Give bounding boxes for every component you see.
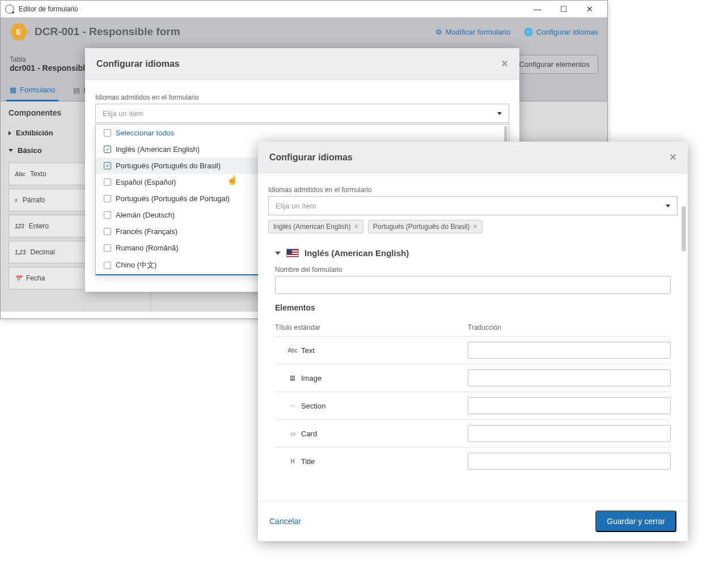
languages-field-label: Idiomas admitidos en el formulario — [95, 93, 509, 101]
element-title: Title — [301, 457, 315, 466]
select-placeholder-2: Elija un ítem — [276, 202, 316, 210]
modal-title: Configurar idiomas — [96, 59, 501, 69]
chip-label: Portugués (Português do Brasil) — [373, 223, 470, 231]
languages-select[interactable]: Elija un ítem — [95, 104, 509, 123]
save-and-close-button[interactable]: Guardar y cerrar — [595, 511, 676, 532]
select-all-option[interactable]: Seleccionar todos — [96, 125, 509, 141]
element-title: Image — [301, 374, 321, 382]
checkbox-icon[interactable]: ✓ — [104, 162, 111, 169]
column-translation: Traducción — [468, 324, 671, 331]
element-title: Card — [301, 429, 317, 438]
element-title: Section — [301, 402, 325, 410]
caret-right-icon — [9, 131, 11, 135]
list-icon: ▤ — [73, 86, 80, 95]
chevron-down-icon — [275, 252, 281, 255]
component-label: Párrafo — [23, 196, 45, 204]
form-icon: ▦ — [10, 86, 16, 94]
language-section: Inglés (American English) Nombre del for… — [268, 248, 678, 475]
component-type-icon: 📅 — [15, 275, 22, 282]
logo-icon: E — [10, 23, 28, 41]
form-name-label: Nombre del formulario — [275, 266, 671, 274]
modify-form-label: Modificar formulario — [446, 28, 510, 36]
language-chip: Portugués (Português do Brasil)× — [368, 220, 482, 233]
language-option-label: Español (Español) — [116, 178, 176, 186]
select-all-label: Seleccionar todos — [116, 129, 174, 137]
caret-down-icon — [9, 149, 13, 152]
modify-form-link[interactable]: ⚙ Modificar formulario — [435, 28, 510, 36]
page-title: DCR-001 - Responsible form — [35, 25, 422, 38]
language-option-label: Portugués (Português de Portugal) — [116, 194, 230, 203]
scrollbar[interactable] — [682, 206, 686, 252]
element-row: ▭Card — [275, 419, 671, 447]
cancel-button[interactable]: Cancelar — [269, 517, 301, 526]
checkbox-icon[interactable] — [104, 195, 111, 202]
languages-select-2[interactable]: Elija un ítem — [268, 196, 678, 215]
element-type-icon: ⋯ — [289, 402, 297, 409]
element-type-icon: H — [289, 458, 297, 465]
flag-us-icon — [286, 249, 299, 257]
translation-input[interactable] — [468, 369, 671, 386]
language-option-label: Rumano (Română) — [116, 244, 179, 252]
component-type-icon: ≡ — [15, 197, 18, 203]
component-label: Fecha — [26, 274, 45, 282]
chip-label: Inglés (American English) — [273, 223, 351, 231]
checkbox-icon[interactable] — [104, 244, 111, 252]
globe-icon: 🌐 — [524, 28, 533, 36]
element-title: Text — [301, 346, 315, 355]
language-section-title: Inglés (American English) — [304, 248, 409, 258]
modal-header: Configurar idiomas × — [85, 48, 519, 80]
checkbox-icon[interactable] — [104, 211, 111, 219]
minimize-button[interactable]: — — [524, 1, 551, 18]
element-row: HTitle — [275, 447, 671, 475]
modal2-header: Configurar idiomas × — [258, 142, 688, 173]
titlebar: Editor de formulario — ☐ ✕ — [1, 1, 607, 18]
translation-input[interactable] — [468, 342, 671, 359]
chevron-down-icon — [497, 112, 502, 115]
language-option-label: Francés (Français) — [116, 227, 177, 236]
remove-chip-icon[interactable]: × — [354, 223, 358, 231]
checkbox-icon[interactable]: ✓ — [104, 146, 111, 153]
element-type-icon: ▭ — [289, 430, 297, 437]
language-option-label: Alemán (Deutsch) — [116, 211, 175, 219]
configure-languages-detail-modal: Configurar idiomas × Idiomas admitidos e… — [258, 142, 688, 541]
modal2-title: Configurar idiomas — [269, 152, 670, 163]
configure-languages-link[interactable]: 🌐 Configurar idiomas — [524, 28, 598, 36]
close-icon[interactable]: × — [501, 57, 508, 70]
page-header: E DCR-001 - Responsible form ⚙ Modificar… — [1, 18, 607, 46]
checkbox-icon[interactable] — [104, 178, 111, 186]
component-label: Texto — [30, 170, 46, 178]
maximize-button[interactable]: ☐ — [551, 1, 577, 18]
remove-chip-icon[interactable]: × — [473, 223, 477, 231]
languages-field-label-2: Idiomas admitidos en el formulario — [268, 186, 678, 194]
checkbox-icon[interactable] — [104, 228, 111, 235]
modal-footer: Cancelar Guardar y cerrar — [258, 501, 688, 541]
language-section-header[interactable]: Inglés (American English) — [275, 248, 671, 258]
component-label: Decimal — [30, 248, 54, 256]
window-controls: — ☐ ✕ — [524, 1, 603, 18]
close-button[interactable]: ✕ — [577, 1, 603, 18]
close-icon[interactable]: × — [670, 151, 676, 164]
language-option-label: Portugués (Português do Brasil) — [116, 161, 221, 170]
table-label: Tabla — [10, 56, 90, 63]
app-icon — [5, 5, 14, 14]
selected-language-chips: Inglés (American English)×Portugués (Por… — [268, 220, 678, 233]
configure-elements-button[interactable]: Configurar elementos — [511, 55, 598, 74]
translation-input[interactable] — [468, 397, 671, 414]
column-title-standard: Título estándar — [275, 324, 468, 331]
elements-table: Título estándar Traducción AbcText🖼Image… — [275, 324, 671, 475]
translation-input[interactable] — [468, 453, 671, 470]
section-exhibition-label: Exhibición — [16, 129, 53, 137]
component-label: Entero — [29, 222, 49, 230]
language-option-label: Inglés (American English) — [116, 145, 200, 154]
language-option-label: Chino (中文) — [116, 260, 156, 270]
checkbox-icon[interactable] — [104, 129, 111, 137]
chevron-down-icon — [666, 205, 670, 207]
language-chip: Inglés (American English)× — [268, 220, 363, 233]
tab-formulario[interactable]: ▦ Formulario — [6, 80, 58, 101]
gear-icon: ⚙ — [435, 28, 442, 36]
table-name: dcr001 - Responsible — [10, 63, 90, 73]
translation-input[interactable] — [468, 425, 671, 442]
configure-languages-label: Configurar idiomas — [536, 28, 598, 36]
form-name-input[interactable] — [275, 276, 671, 294]
checkbox-icon[interactable] — [104, 262, 111, 269]
